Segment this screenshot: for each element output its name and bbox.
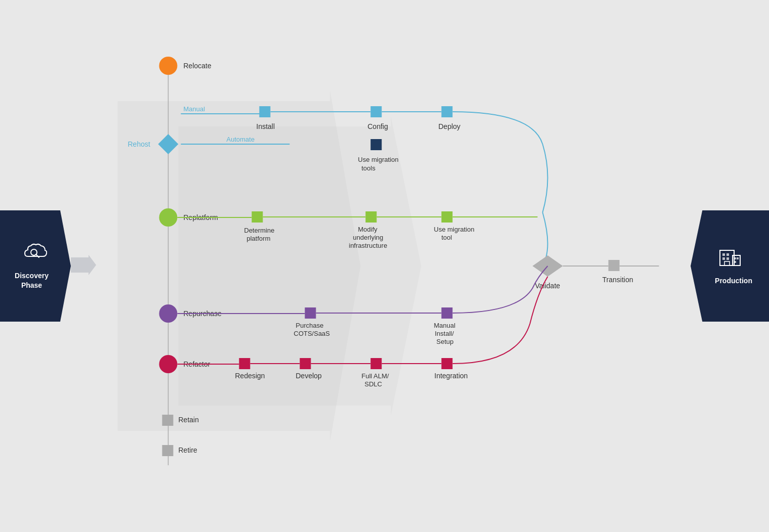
svg-text:SDLC: SDLC [365, 380, 382, 388]
svg-text:Config: Config [368, 122, 388, 130]
svg-rect-69 [442, 358, 453, 369]
svg-text:Validate: Validate [535, 282, 561, 290]
svg-rect-77 [727, 253, 729, 256]
discovery-arrow [71, 255, 96, 277]
svg-point-45 [159, 304, 178, 323]
svg-rect-83 [737, 257, 739, 259]
svg-text:Transition: Transition [603, 276, 633, 284]
svg-text:tool: tool [442, 234, 452, 241]
discovery-label: Discovery Phase [15, 271, 56, 289]
svg-rect-79 [727, 257, 729, 260]
svg-text:Purchase: Purchase [296, 322, 324, 329]
svg-rect-62 [300, 358, 311, 369]
svg-rect-13 [371, 106, 382, 117]
svg-rect-73 [162, 445, 174, 456]
svg-text:infrastructure: infrastructure [349, 242, 388, 249]
main-container: Discovery Phase Relocate Rehost Manual [0, 0, 769, 532]
svg-rect-59 [239, 358, 250, 369]
svg-text:Deploy: Deploy [439, 122, 461, 130]
svg-rect-26 [252, 211, 263, 223]
svg-point-6 [159, 57, 178, 75]
svg-text:Redesign: Redesign [235, 372, 265, 380]
svg-text:tools: tools [362, 164, 376, 172]
svg-rect-84 [734, 261, 736, 263]
svg-rect-16 [442, 106, 453, 117]
svg-text:Retain: Retain [179, 416, 199, 424]
svg-rect-71 [162, 415, 174, 426]
diagram-area: Relocate Rehost Manual Install Config De… [71, 0, 691, 532]
svg-rect-76 [722, 253, 725, 256]
svg-text:Develop: Develop [296, 372, 322, 380]
svg-text:Manual: Manual [184, 105, 205, 113]
svg-rect-35 [442, 211, 453, 223]
svg-text:Determine: Determine [244, 227, 275, 234]
svg-text:Install: Install [257, 122, 275, 130]
building-icon [717, 246, 743, 272]
svg-rect-42 [609, 260, 620, 271]
svg-point-23 [159, 208, 178, 227]
svg-text:Use migration: Use migration [358, 156, 399, 163]
svg-rect-80 [724, 261, 730, 265]
svg-rect-52 [442, 307, 453, 319]
svg-text:Manual: Manual [434, 322, 456, 329]
svg-rect-30 [366, 211, 377, 223]
svg-rect-65 [371, 358, 382, 369]
svg-text:COTS/SaaS: COTS/SaaS [294, 330, 330, 337]
svg-rect-82 [734, 257, 736, 259]
svg-text:Use migration: Use migration [434, 226, 475, 233]
svg-text:Modify: Modify [358, 226, 378, 233]
relocate-label: Relocate [184, 62, 211, 70]
discovery-phase-box: Discovery Phase [0, 210, 71, 322]
svg-rect-20 [371, 139, 382, 150]
svg-rect-10 [260, 106, 271, 117]
production-phase-box: Production [691, 210, 769, 322]
svg-text:Retire: Retire [179, 446, 198, 454]
cloud-search-icon [23, 242, 48, 267]
svg-marker-2 [71, 255, 96, 275]
svg-text:Integration: Integration [435, 372, 468, 380]
svg-text:underlying: underlying [353, 234, 383, 241]
svg-text:Automate: Automate [227, 136, 255, 143]
svg-rect-48 [305, 307, 316, 319]
production-label: Production [707, 276, 752, 285]
svg-text:Install/: Install/ [435, 330, 454, 337]
svg-rect-78 [722, 257, 725, 260]
svg-text:Full ALM/: Full ALM/ [362, 372, 390, 380]
rehost-label: Rehost [128, 140, 150, 148]
svg-text:Setup: Setup [437, 338, 454, 345]
svg-point-56 [159, 355, 178, 373]
svg-text:platform: platform [247, 235, 271, 242]
